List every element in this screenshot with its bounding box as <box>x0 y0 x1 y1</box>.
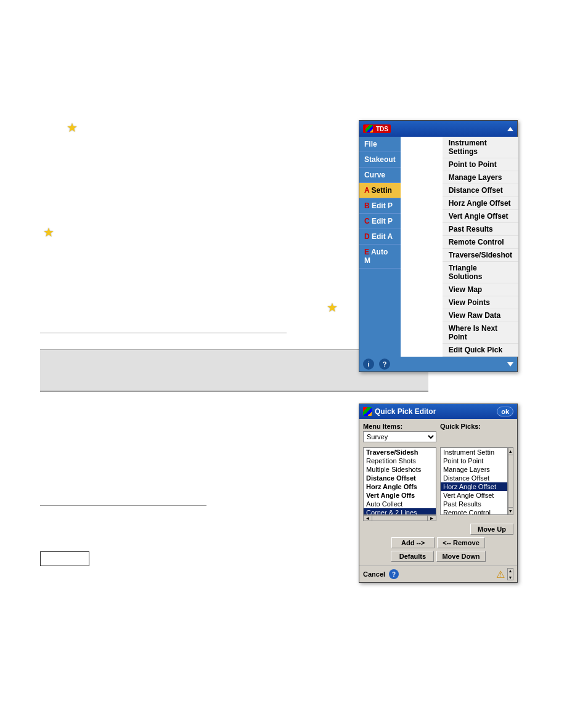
separator-line-1 <box>40 333 287 333</box>
qpe-lists-row: Traverse/Sidesh Repetition Shots Multipl… <box>363 447 513 521</box>
scroll-track <box>372 516 427 521</box>
right-item-distance-offset[interactable]: Distance Offset <box>441 474 507 482</box>
star-1: ★ <box>67 120 78 135</box>
quick-picks-col: Instrument Settin Point to Point Manage … <box>440 447 513 515</box>
right-item-instrument[interactable]: Instrument Settin <box>441 448 507 456</box>
scroll-up-btn[interactable]: ▲ <box>508 448 513 455</box>
tds-header: TDS <box>359 121 517 137</box>
move-up-button[interactable]: Move Up <box>470 524 513 535</box>
separator-line-3 <box>40 391 428 392</box>
defaults-button[interactable]: Defaults <box>391 551 434 562</box>
menu-view-raw-data[interactable]: View Raw Data <box>443 309 518 322</box>
star-3: ★ <box>327 300 338 315</box>
menu-horz-angle-offset[interactable]: Horz Angle Offset <box>443 197 518 210</box>
right-list-container: Instrument Settin Point to Point Manage … <box>440 447 513 515</box>
qpe-ok-button[interactable]: ok <box>497 407 513 416</box>
right-item-horz-angle[interactable]: Horz Angle Offset <box>441 482 507 491</box>
windows-icon <box>365 125 373 132</box>
left-item-distance[interactable]: Distance Offset <box>364 474 436 482</box>
menu-distance-offset[interactable]: Distance Offset <box>443 184 518 197</box>
scroll-left-btn[interactable]: ◄ <box>364 516 372 521</box>
remove-button[interactable]: <-- Remove <box>437 537 485 548</box>
cancel-button[interactable]: Cancel <box>363 570 385 578</box>
left-item-traverse[interactable]: Traverse/Sidesh <box>364 448 436 456</box>
menu-past-results[interactable]: Past Results <box>443 223 518 236</box>
menu-items-col: Traverse/Sidesh Repetition Shots Multipl… <box>363 447 436 521</box>
left-item-multiple[interactable]: Multiple Sideshots <box>364 465 436 474</box>
tds-footer: i ? <box>359 357 517 371</box>
menu-items-label: Menu Items: <box>363 423 436 430</box>
nav-auto-e[interactable]: E Auto M <box>359 245 401 269</box>
tds-logo-text: TDS <box>376 126 388 132</box>
warning-icon: ⚠ <box>496 569 505 580</box>
qpe-body: Menu Items: Survey Quick Picks: Traverse… <box>359 419 517 566</box>
nav-curve[interactable]: Curve <box>359 168 401 183</box>
star-2: ★ <box>43 225 54 240</box>
menu-instrument-settings[interactable]: Instrument Settings <box>443 137 518 158</box>
tds-menu-panel: TDS File Stakeout Curve A Settin B Edit … <box>359 120 518 372</box>
scroll-down-arrow[interactable] <box>507 362 513 367</box>
help-icon-footer[interactable]: ? <box>389 569 399 579</box>
quick-picks-listbox[interactable]: Instrument Settin Point to Point Manage … <box>440 447 508 515</box>
help-icon[interactable]: ? <box>379 359 390 370</box>
qpe-footer: Cancel ? ⚠ ▲ ▼ <box>359 566 517 582</box>
scroll-right-btn[interactable]: ► <box>427 516 436 521</box>
nav-edit-c[interactable]: C Edit P <box>359 214 401 229</box>
menu-edit-quick-pick[interactable]: Edit Quick Pick <box>443 344 518 357</box>
qpe-title: Quick Pick Editor <box>375 407 497 416</box>
nav-file[interactable]: File <box>359 137 401 152</box>
add-button[interactable]: Add --> <box>391 537 435 548</box>
menu-items-label-col: Menu Items: Survey <box>363 423 436 445</box>
nav-settings[interactable]: A Settin <box>359 183 401 198</box>
right-vscroll[interactable]: ▲ ▼ <box>508 447 513 515</box>
right-item-past-results[interactable]: Past Results <box>441 500 507 508</box>
tds-body: File Stakeout Curve A Settin B Edit P C … <box>359 137 517 357</box>
footer-right: ⚠ ▲ ▼ <box>496 568 513 580</box>
menu-point-to-point[interactable]: Point to Point <box>443 158 518 171</box>
right-item-manage-layers[interactable]: Manage Layers <box>441 465 507 474</box>
menu-view-points[interactable]: View Points <box>443 296 518 309</box>
nav-stakeout[interactable]: Stakeout <box>359 152 401 168</box>
menu-manage-layers[interactable]: Manage Layers <box>443 171 518 184</box>
right-item-remote[interactable]: Remote Control <box>441 508 507 515</box>
menu-items-listbox[interactable]: Traverse/Sidesh Repetition Shots Multipl… <box>363 447 436 515</box>
small-input-box[interactable] <box>40 551 89 566</box>
qpe-header: Quick Pick Editor ok <box>359 404 517 419</box>
menu-view-map[interactable]: View Map <box>443 283 518 296</box>
footer-scroll-down[interactable]: ▼ <box>508 575 513 580</box>
menu-vert-angle-offset[interactable]: Vert Angle Offset <box>443 210 518 223</box>
scroll-up-arrow[interactable] <box>507 127 513 131</box>
scroll-down-btn[interactable]: ▼ <box>508 507 513 514</box>
footer-scroll-up[interactable]: ▲ <box>508 569 513 573</box>
left-item-repetition[interactable]: Repetition Shots <box>364 456 436 465</box>
menu-triangle-solutions[interactable]: Triangle Solutions <box>443 262 518 283</box>
scroll-thumb <box>508 455 513 507</box>
left-item-horz[interactable]: Horz Angle Offs <box>364 482 436 491</box>
nav-edit-b[interactable]: B Edit P <box>359 198 401 214</box>
move-up-row: Move Up <box>363 524 513 535</box>
defaults-movedown-row: Defaults Move Down <box>363 551 513 562</box>
move-down-button[interactable]: Move Down <box>436 551 485 562</box>
quick-pick-editor-panel: Quick Pick Editor ok Menu Items: Survey … <box>359 404 518 583</box>
info-icon[interactable]: i <box>363 359 374 370</box>
menu-traverse-sideshot[interactable]: Traverse/Sideshot <box>443 249 518 262</box>
tds-left-nav: File Stakeout Curve A Settin B Edit P C … <box>359 137 401 357</box>
left-hscroll[interactable]: ◄ ► <box>363 515 436 521</box>
footer-vscroll[interactable]: ▲ ▼ <box>507 568 513 580</box>
right-item-point-to-point[interactable]: Point to Point <box>441 456 507 465</box>
tds-menu-items: Instrument Settings Point to Point Manag… <box>443 137 518 357</box>
menu-remote-control[interactable]: Remote Control <box>443 236 518 249</box>
separator-line-4 <box>40 505 206 506</box>
left-item-corner2lines[interactable]: Corner & 2 Lines <box>364 508 436 515</box>
right-item-vert-angle[interactable]: Vert Angle Offset <box>441 491 507 500</box>
left-list-container: Traverse/Sidesh Repetition Shots Multipl… <box>363 447 436 515</box>
left-item-vert[interactable]: Vert Angle Offs <box>364 491 436 500</box>
left-item-auto[interactable]: Auto Collect <box>364 500 436 508</box>
menu-where-is-next-point[interactable]: Where Is Next Point <box>443 322 518 344</box>
quick-picks-label-col: Quick Picks: <box>440 423 513 445</box>
nav-edit-d[interactable]: D Edit A <box>359 229 401 245</box>
tds-logo: TDS <box>363 124 391 133</box>
qpe-column-labels: Menu Items: Survey Quick Picks: <box>363 423 513 445</box>
qpe-windows-logo <box>363 407 372 416</box>
survey-dropdown[interactable]: Survey <box>363 431 436 442</box>
